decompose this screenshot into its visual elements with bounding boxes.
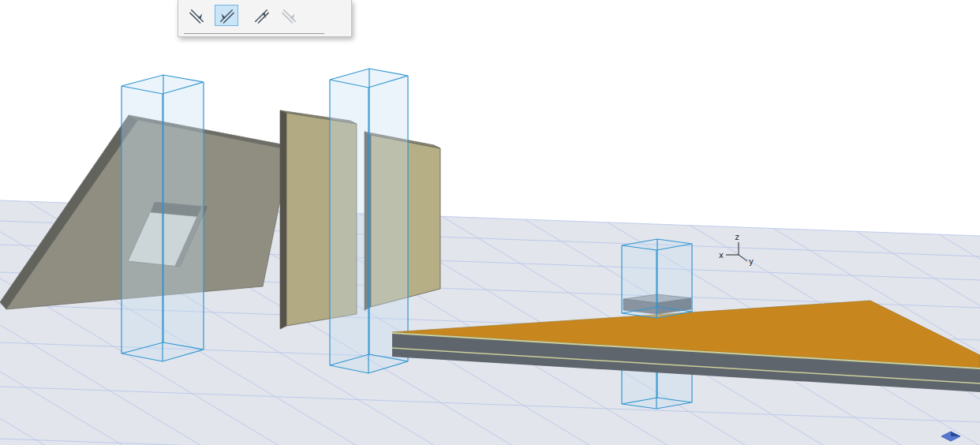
- axis-z-label: z: [735, 233, 739, 241]
- connect-mode-icon: [219, 8, 234, 24]
- connect-mode-1-button[interactable]: [186, 5, 208, 26]
- connect-mode-4-button[interactable]: [279, 5, 300, 26]
- marquee-box-on-slab[interactable]: [622, 239, 692, 318]
- 3d-viewport[interactable]: z x y: [0, 0, 980, 445]
- connect-mode-icon: [189, 8, 205, 24]
- connect-mode-3-button[interactable]: [250, 5, 271, 26]
- application-window: z x y: [0, 0, 980, 445]
- marquee-column-left[interactable]: [122, 75, 204, 361]
- marquee-column-middle[interactable]: [330, 69, 408, 373]
- connection-pet-palette: [178, 0, 352, 37]
- panel-side-face: [280, 110, 286, 329]
- axis-y-label: y: [749, 257, 754, 266]
- connect-mode-icon: [253, 8, 269, 24]
- connect-mode-2-button[interactable]: [215, 5, 238, 26]
- connect-mode-icon: [282, 8, 297, 24]
- axis-x-label: x: [719, 251, 724, 260]
